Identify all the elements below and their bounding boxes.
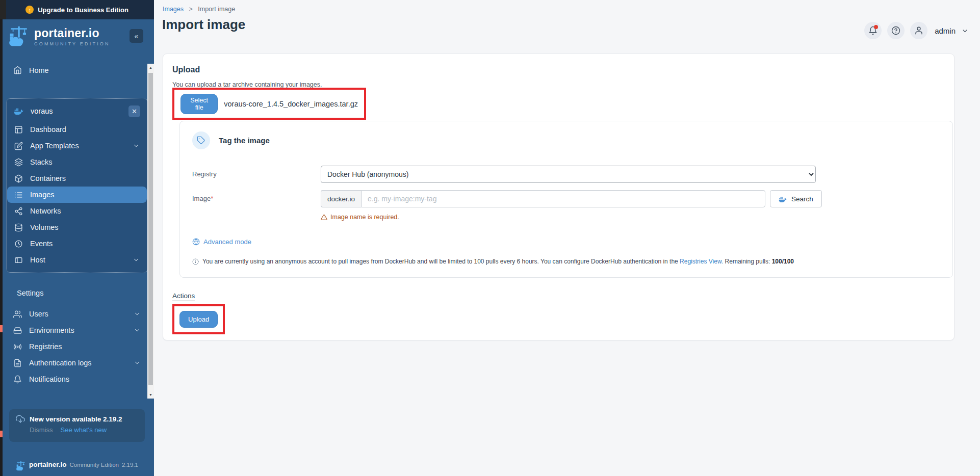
sidebar-item-registries[interactable]: Registries [6,338,148,355]
upgrade-banner[interactable]: ↑ Upgrade to Business Edition [0,0,154,19]
actions-section-heading: Actions [172,292,195,301]
footer-brand: portainer.io [29,461,67,468]
chevron-down-icon [134,310,141,318]
image-required-error: Image name is required. [321,214,940,221]
registries-view-link[interactable]: Registries View. [680,258,723,265]
help-circle-icon [891,26,900,35]
sidebar-item-authentication-logs[interactable]: Authentication logs [6,355,148,371]
portainer-logo-icon [8,25,30,47]
upload-button[interactable]: Upload [179,311,218,328]
topbar: admin [864,22,969,39]
notifications-bell-button[interactable] [864,22,882,39]
notifications-icon [13,375,22,384]
users-icon [13,309,22,319]
sidebar-item-label: Volumes [30,223,59,231]
sidebar-item-networks[interactable]: Networks [7,203,147,219]
sidebar-item-app-templates[interactable]: App Templates [7,138,147,154]
user-menu[interactable]: admin [935,27,956,35]
brand-edition: COMMUNITY EDITION [34,41,110,46]
user-avatar[interactable] [910,22,927,39]
app-templates-icon [14,141,23,150]
settings-section-header: Settings [17,289,154,297]
close-icon[interactable]: ✕ [128,105,140,117]
chevron-down-icon[interactable] [961,27,969,35]
sidebar-item-environments[interactable]: Environments [6,322,148,338]
sidebar-item-label: Dashboard [30,125,66,134]
help-button[interactable] [887,22,905,39]
dockerhub-info-note: You are currently using an anonymous acc… [192,258,940,265]
image-prefix: docker.io [321,190,361,207]
footer-version: 2.19.1 [122,462,138,468]
user-icon [914,26,923,35]
remaining-pulls-value: 100/100 [772,258,794,265]
chevron-down-icon [133,256,140,263]
advanced-mode-link[interactable]: Advanced mode [192,238,251,246]
screen-edge-strip [0,19,3,476]
registry-select[interactable]: Docker Hub (anonymous) [321,166,816,183]
error-text: Image name is required. [330,214,399,221]
update-notice: New version available 2.19.2 Dismiss See… [9,409,145,442]
select-file-button[interactable]: Select file [180,94,218,114]
image-name-input[interactable] [361,190,765,207]
globe-icon [192,238,200,246]
docker-whale-icon [779,195,787,202]
environment-header[interactable]: voraus ✕ [7,101,147,121]
sidebar-collapse-button[interactable]: « [130,29,143,43]
environment-panel: voraus ✕ Dashboard App Templates Stacks [6,98,148,273]
sidebar-item-events[interactable]: Events [7,235,147,252]
sidebar-item-host[interactable]: Host [7,252,147,268]
dismiss-link[interactable]: Dismiss [30,426,53,434]
image-input-group: docker.io [321,190,765,207]
chevron-down-icon [134,327,141,334]
download-cloud-icon [16,414,25,424]
sidebar-item-images[interactable]: Images [7,187,147,203]
containers-icon [14,174,23,183]
search-button-label: Search [791,195,813,203]
sidebar-item-label: Environments [29,326,74,334]
chevron-down-icon [133,142,140,149]
sidebar-item-users[interactable]: Users [6,306,148,322]
scrollbar-up-arrow[interactable]: ▲ [147,64,154,71]
sidebar-item-label: Authentication logs [29,359,92,367]
scrollbar-down-arrow[interactable]: ▼ [147,391,154,399]
tag-image-section: Tag the image Registry Docker Hub (anony… [179,121,953,278]
upgrade-banner-label: Upgrade to Business Edition [38,6,128,14]
info-icon [192,258,199,265]
update-notice-title: New version available 2.19.2 [30,415,122,423]
chevron-down-icon [134,359,141,366]
advanced-mode-label: Advanced mode [203,238,251,246]
sidebar-item-home[interactable]: Home [6,62,148,78]
breadcrumb-separator: > [189,6,192,13]
breadcrumb-current: Import image [198,6,235,13]
images-icon [14,190,23,199]
tag-icon [192,131,210,149]
registry-label: Registry [192,166,321,178]
edge-marker [0,431,3,437]
portainer-footer-logo-icon [16,461,26,471]
sidebar-item-dashboard[interactable]: Dashboard [7,121,147,138]
volumes-icon [14,223,23,232]
environment-name: voraus [31,107,53,115]
sidebar-item-label: Containers [30,174,66,182]
sidebar-item-stacks[interactable]: Stacks [7,154,147,170]
sidebar-item-volumes[interactable]: Volumes [7,219,147,235]
dashboard-icon [14,125,23,134]
breadcrumb-images-link[interactable]: Images [163,6,184,13]
search-button[interactable]: Search [770,190,822,207]
breadcrumb: Images > Import image [163,6,235,13]
see-whats-new-link[interactable]: See what's new [61,426,107,434]
environments-icon [13,326,22,335]
image-label: Image* [192,190,321,202]
upload-section-heading: Upload [172,65,945,74]
sidebar-item-label: Images [30,191,55,199]
scrollbar-thumb[interactable] [148,73,153,385]
sidebar-item-label: Stacks [30,158,53,166]
annotation-box-select-file: Select file voraus-core_1.4.5_docker_ima… [172,88,366,120]
sidebar-item-containers[interactable]: Containers [7,170,147,187]
sidebar-item-label: Home [29,66,49,74]
edge-marker [0,325,3,332]
sidebar-item-notifications[interactable]: Notifications [6,371,148,387]
sidebar-scrollbar: ▲ ▼ [147,64,154,399]
brand-name: portainer.io [34,27,110,40]
annotation-box-upload: Upload [172,304,225,334]
